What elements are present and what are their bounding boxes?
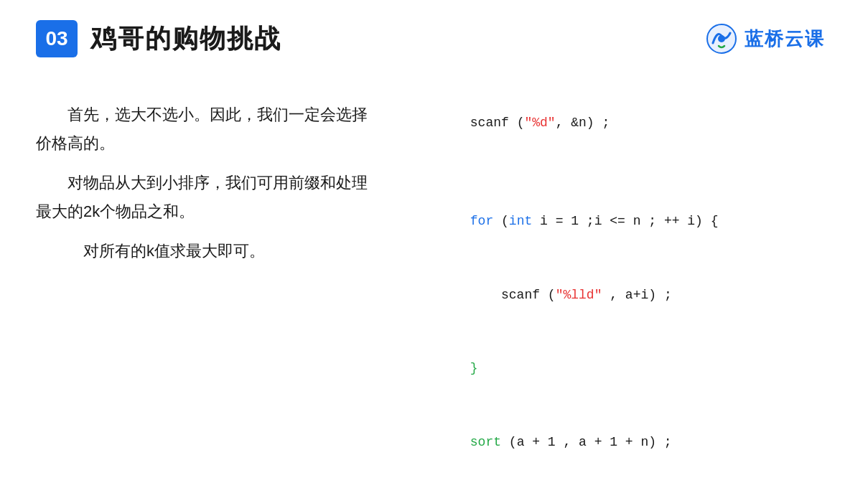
para-2: 对物品从大到小排序，我们可用前缀和处理最大的2k个物品之和。 <box>36 169 381 225</box>
main-content: 首先，选大不选小。因此，我们一定会选择价格高的。 对物品从大到小排序，我们可用前… <box>0 72 868 488</box>
explanation-text: 首先，选大不选小。因此，我们一定会选择价格高的。 对物品从大到小排序，我们可用前… <box>36 79 381 488</box>
code-line-6: sort (a + 1 , a + 1 + n) ; <box>424 405 832 479</box>
slide-number: 03 <box>36 20 78 57</box>
header: 03 鸡哥的购物挑战 蓝桥云课 <box>0 0 868 72</box>
logo: 蓝桥云课 <box>706 23 825 55</box>
page-title: 鸡哥的购物挑战 <box>90 22 281 57</box>
code-line-blank-1 <box>424 160 832 184</box>
para-3: 对所有的k值求最大即可。 <box>36 237 381 266</box>
code-line-7: for (int i = n ; i >= 1 ; -- i) { <box>424 479 832 488</box>
logo-icon <box>706 23 737 55</box>
para-1: 首先，选大不选小。因此，我们一定会选择价格高的。 <box>36 100 381 157</box>
code-line-5: } <box>424 332 832 405</box>
code-line-3: for (int i = 1 ;i <= n ; ++ i) { <box>424 184 832 258</box>
code-line-4: scanf ("%lld" , a+i) ; <box>424 258 832 332</box>
svg-point-1 <box>718 35 725 42</box>
code-block: scanf ("%d", &n) ; for (int i = 1 ;i <= … <box>424 79 832 488</box>
code-line-1: scanf ("%d", &n) ; <box>424 86 832 160</box>
logo-text: 蓝桥云课 <box>745 27 825 52</box>
header-left: 03 鸡哥的购物挑战 <box>36 20 281 57</box>
